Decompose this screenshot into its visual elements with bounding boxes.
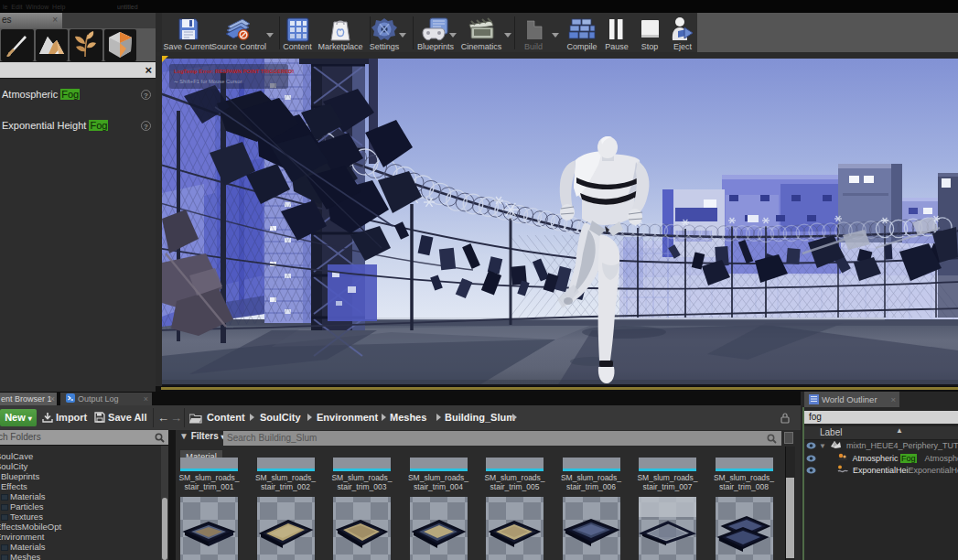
svg-text:⥊ Shift+F1 for Mouse Cursor: ⥊ Shift+F1 for Mouse Cursor	[174, 79, 242, 84]
svg-text:LogTemp Error: RESPAWN POINT T: LogTemp Error: RESPAWN POINT TRIGGERED!	[174, 69, 294, 74]
